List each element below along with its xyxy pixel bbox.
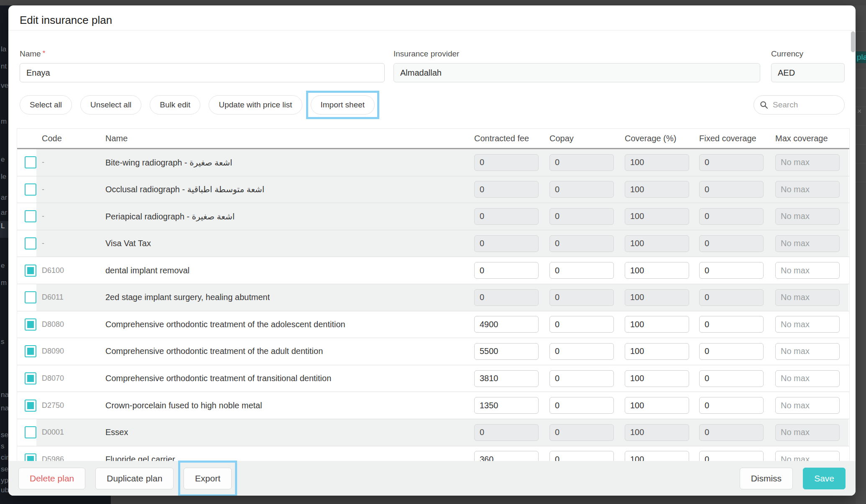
duplicate-plan-button[interactable]: Duplicate plan xyxy=(95,468,174,489)
max-coverage-input[interactable] xyxy=(775,397,840,414)
row-name: dental implant removal xyxy=(105,266,189,275)
search-input[interactable] xyxy=(772,100,838,110)
toolbar-update-with-price-list-button[interactable]: Update with price list xyxy=(209,95,302,115)
row-checkbox[interactable] xyxy=(25,318,36,331)
row-checkbox[interactable] xyxy=(25,345,36,357)
coverage-input xyxy=(625,424,689,441)
currency-label: Currency xyxy=(771,49,803,59)
fixed-coverage-input[interactable] xyxy=(699,316,764,333)
max-coverage-input xyxy=(775,289,840,306)
coverage-input[interactable] xyxy=(625,397,689,414)
max-coverage-input xyxy=(775,154,840,171)
import-sheet-annotation-box: Import sheet xyxy=(306,91,380,119)
row-checkbox[interactable] xyxy=(25,183,36,196)
contracted-fee-input[interactable] xyxy=(474,397,539,414)
contracted-fee-input[interactable] xyxy=(474,343,539,360)
row-checkbox[interactable] xyxy=(25,372,36,384)
backdrop-sidebar-text-fragment: ub xyxy=(1,486,9,494)
plan-name-input[interactable] xyxy=(20,63,385,82)
export-button[interactable]: Export xyxy=(184,468,232,489)
row-checkbox[interactable] xyxy=(25,291,36,303)
coverage-input xyxy=(625,208,689,225)
procedure-row: D8090Comprehensive orthodontic treatment… xyxy=(17,338,849,365)
max-coverage-input[interactable] xyxy=(775,262,840,279)
backdrop-sidebar-text-fragment: la xyxy=(1,45,6,53)
contracted-fee-input xyxy=(474,424,539,441)
fixed-coverage-input[interactable] xyxy=(699,397,764,414)
backdrop-sidebar-text-fragment: na xyxy=(1,391,9,399)
row-name: Periapical radiograph - اشعة صغيرة xyxy=(105,211,235,221)
toolbar-select-all-button[interactable]: Select all xyxy=(20,95,72,115)
toolbar-bulk-edit-button[interactable]: Bulk edit xyxy=(150,95,200,115)
backdrop-sidebar-text-fragment: e xyxy=(1,155,5,164)
max-coverage-input[interactable] xyxy=(775,370,840,387)
max-coverage-input xyxy=(775,208,840,225)
backdrop-sidebar-text-fragment: s xyxy=(1,442,5,451)
export-annotation-box: Export xyxy=(178,461,237,496)
insurance-provider-input[interactable] xyxy=(393,63,760,82)
coverage-input[interactable] xyxy=(625,262,689,279)
row-checkbox[interactable] xyxy=(25,265,36,277)
coverage-input[interactable] xyxy=(625,343,689,360)
row-name: Comprehensive orthodontic treatment of t… xyxy=(105,374,331,383)
backdrop-sidebar-text-fragment: nt xyxy=(1,62,7,71)
coverage-input[interactable] xyxy=(625,370,689,387)
row-checkbox[interactable] xyxy=(25,426,36,438)
contracted-fee-input xyxy=(474,181,539,198)
row-checkbox[interactable] xyxy=(25,237,36,249)
save-button[interactable]: Save xyxy=(803,468,846,489)
dismiss-button[interactable]: Dismiss xyxy=(740,468,793,489)
row-name: Essex xyxy=(105,428,128,437)
header-contracted-fee: Contracted fee xyxy=(468,129,543,148)
fixed-coverage-input[interactable] xyxy=(699,343,764,360)
row-checkbox[interactable] xyxy=(25,400,36,412)
row-code: D8090 xyxy=(42,347,64,356)
toolbar-unselect-all-button[interactable]: Unselect all xyxy=(80,95,141,115)
row-name: Crown-porcelain fused to high noble meta… xyxy=(105,401,262,410)
row-code: - xyxy=(42,185,44,194)
procedure-row: -Bite-wing radiograph - اشعة صغيرة xyxy=(17,149,849,176)
modal-scrollbar-thumb[interactable] xyxy=(851,31,855,52)
fixed-coverage-input[interactable] xyxy=(699,262,764,279)
row-name: 2ed stage implant surgery, healing abutm… xyxy=(105,293,270,302)
header-checkbox-spacer xyxy=(17,129,36,148)
copay-input[interactable] xyxy=(549,370,614,387)
search-box[interactable] xyxy=(754,95,845,115)
fixed-coverage-input[interactable] xyxy=(699,370,764,387)
procedure-row: -Occlusal radiograph - اشعة متوسطة اطباق… xyxy=(17,176,849,204)
contracted-fee-input[interactable] xyxy=(474,316,539,333)
row-code: D6100 xyxy=(42,266,64,275)
backdrop-sidebar-text-fragment: se xyxy=(1,465,8,473)
backdrop-sidebar-text-fragment: m xyxy=(1,279,7,287)
dialog-title: Edit insurance plan xyxy=(20,14,112,27)
fixed-coverage-input xyxy=(699,235,764,252)
row-name: Comprehensive orthodontic treatment of t… xyxy=(105,320,345,329)
row-checkbox[interactable] xyxy=(25,156,36,168)
delete-plan-button[interactable]: Delete plan xyxy=(18,468,85,489)
header-fixed-coverage: Fixed coverage xyxy=(693,129,769,148)
max-coverage-input[interactable] xyxy=(775,316,840,333)
fixed-coverage-input xyxy=(699,181,764,198)
procedure-row: D6100dental implant removal xyxy=(17,257,849,284)
provider-label: Insurance provider xyxy=(393,49,459,59)
row-name: Bite-wing radiograph - اشعة صغيرة xyxy=(105,158,232,168)
row-checkbox[interactable] xyxy=(25,210,36,222)
backdrop-sidebar-text-fragment: ar xyxy=(1,209,7,217)
backdrop-top-bar xyxy=(0,0,866,5)
contracted-fee-input[interactable] xyxy=(474,262,539,279)
copay-input[interactable] xyxy=(549,316,614,333)
max-coverage-input[interactable] xyxy=(775,343,840,360)
backdrop-sidebar-text-fragment: le xyxy=(1,173,6,181)
contracted-fee-input[interactable] xyxy=(474,370,539,387)
backdrop-close-icon: × xyxy=(857,107,862,116)
row-code: - xyxy=(42,212,44,221)
currency-input[interactable] xyxy=(771,63,845,82)
row-code: D8080 xyxy=(42,320,64,329)
coverage-input[interactable] xyxy=(625,316,689,333)
copay-input[interactable] xyxy=(549,262,614,279)
toolbar-import-sheet-button[interactable]: Import sheet xyxy=(311,95,375,115)
copay-input[interactable] xyxy=(549,397,614,414)
coverage-input xyxy=(625,154,689,171)
copay-input[interactable] xyxy=(549,343,614,360)
procedure-row: D8070Comprehensive orthodontic treatment… xyxy=(17,365,849,392)
